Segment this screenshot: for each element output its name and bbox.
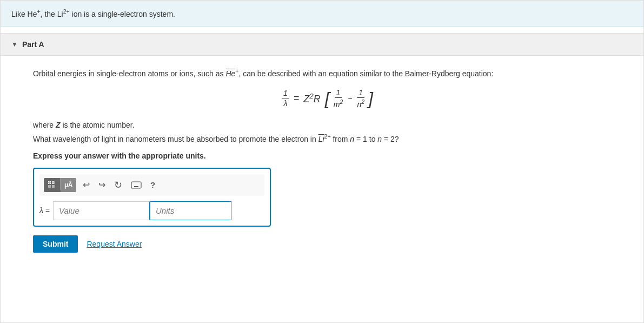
right-bracket-icon: ] — [368, 90, 373, 107]
equals-sign: = — [294, 93, 300, 104]
content-area: Orbital energies in single-electron atom… — [1, 56, 643, 263]
matrix-button[interactable] — [44, 178, 60, 192]
svg-rect-7 — [50, 183, 51, 184]
refresh-button[interactable]: ↻ — [112, 177, 124, 193]
svg-rect-5 — [50, 181, 51, 182]
submit-button[interactable]: Submit — [33, 235, 78, 253]
units-input[interactable] — [150, 201, 231, 220]
fraction-1-n2: 1 n2 — [355, 88, 366, 109]
bracket-expr: [ 1 m2 − 1 n2 ] — [325, 88, 373, 109]
answer-toolbar: μÅ ↩ ↪ ↻ — [39, 174, 264, 196]
bracket-contents: 1 m2 − 1 n2 — [332, 88, 366, 109]
svg-rect-3 — [52, 185, 55, 188]
undo-button[interactable]: ↩ — [81, 178, 92, 192]
units-button[interactable]: μÅ — [61, 178, 76, 192]
equation: 1 λ = Z2R [ 1 m2 − 1 n2 — [282, 88, 373, 109]
fraction-1-m2: 1 m2 — [332, 88, 345, 109]
keyboard-button[interactable] — [129, 180, 144, 190]
svg-rect-9 — [52, 183, 54, 184]
z2r-term: Z2R — [303, 92, 321, 105]
svg-rect-8 — [52, 181, 54, 182]
page-wrapper: Like He+, the Li2+ ion is a single-elect… — [0, 0, 644, 323]
input-row: λ = — [39, 201, 264, 220]
format-btn-group: μÅ — [44, 178, 76, 192]
fraction-1-lambda: 1 λ — [282, 89, 289, 108]
left-bracket-icon: [ — [325, 90, 330, 107]
minus-sign: − — [348, 94, 352, 103]
redo-button[interactable]: ↪ — [96, 178, 108, 192]
svg-rect-10 — [131, 182, 141, 188]
footer-buttons: Submit Request Answer — [33, 235, 622, 253]
value-input[interactable] — [53, 201, 150, 220]
lambda-label: λ = — [39, 206, 50, 215]
svg-rect-2 — [48, 185, 51, 188]
hint-text: Like He+, the Li2+ ion is a single-elect… — [11, 10, 175, 18]
part-header[interactable]: ▼ Part A — [1, 33, 643, 56]
request-answer-button[interactable]: Request Answer — [87, 240, 142, 248]
svg-rect-6 — [48, 183, 49, 184]
help-button[interactable]: ? — [148, 179, 157, 191]
question-text-1: Orbital energies in single-electron atom… — [33, 67, 622, 80]
collapse-arrow-icon: ▼ — [11, 41, 18, 48]
express-text: Express your answer with the appropriate… — [33, 151, 622, 160]
part-label: Part A — [22, 40, 44, 49]
where-text: where Z is the atomic number. What wavel… — [33, 119, 622, 146]
answer-box: μÅ ↩ ↪ ↻ — [33, 168, 271, 227]
svg-rect-4 — [48, 181, 49, 182]
equation-block: 1 λ = Z2R [ 1 m2 − 1 n2 — [33, 88, 622, 109]
hint-bar: Like He+, the Li2+ ion is a single-elect… — [1, 1, 643, 27]
